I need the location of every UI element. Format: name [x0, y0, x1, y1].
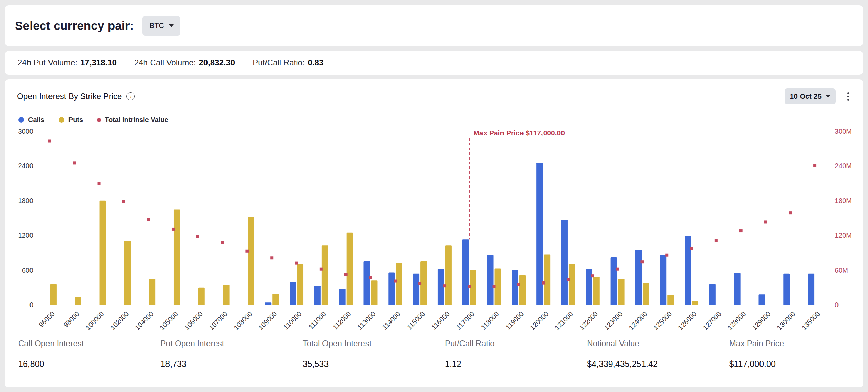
summary-label: Put Open Interest — [160, 339, 281, 348]
svg-text:120000: 120000 — [529, 310, 550, 331]
svg-text:112000: 112000 — [331, 310, 352, 331]
volume-stats-bar: 24h Put Volume: 17,318.10 24h Call Volum… — [5, 51, 863, 75]
svg-text:1200: 1200 — [18, 232, 34, 239]
svg-text:105000: 105000 — [158, 310, 180, 331]
svg-text:60M: 60M — [835, 267, 848, 274]
svg-text:96000: 96000 — [37, 310, 56, 329]
legend-item-calls[interactable]: Calls — [18, 116, 44, 124]
svg-text:108000: 108000 — [232, 310, 254, 331]
svg-text:106000: 106000 — [183, 310, 204, 331]
summary-value: 16,800 — [18, 359, 139, 369]
summary-label: Max Pain Price — [729, 339, 850, 348]
svg-text:104000: 104000 — [134, 310, 155, 331]
svg-text:116000: 116000 — [430, 310, 451, 331]
legend-calls-label: Calls — [28, 116, 44, 124]
call-volume-stat: 24h Call Volume: 20,832.30 — [134, 58, 235, 67]
put-call-ratio-stat: Put/Call Ratio: 0.83 — [253, 58, 323, 67]
svg-text:119000: 119000 — [504, 310, 525, 331]
svg-text:135000: 135000 — [800, 310, 822, 331]
summary-label: Notional Value — [587, 339, 707, 348]
svg-text:1800: 1800 — [18, 197, 34, 204]
svg-text:123000: 123000 — [603, 310, 624, 331]
svg-text:120M: 120M — [835, 232, 851, 239]
summary-row: Call Open Interest 16,800 Put Open Inter… — [17, 339, 851, 369]
summary-put-call-ratio: Put/Call Ratio 1.12 — [445, 339, 565, 369]
svg-text:240M: 240M — [835, 162, 851, 170]
svg-text:122000: 122000 — [578, 310, 599, 331]
date-selector[interactable]: 10 Oct 25 — [785, 88, 836, 104]
svg-text:109000: 109000 — [257, 310, 278, 331]
call-volume-label: 24h Call Volume: — [134, 58, 196, 67]
svg-text:117000: 117000 — [455, 310, 476, 331]
intrinsic-marker-icon — [97, 118, 101, 122]
svg-text:115000: 115000 — [406, 310, 427, 331]
put-volume-stat: 24h Put Volume: 17,318.10 — [18, 58, 117, 67]
currency-pair-label: Select currency pair: — [15, 19, 134, 33]
summary-value: 1.12 — [445, 359, 565, 369]
svg-text:125000: 125000 — [652, 310, 673, 331]
svg-text:0: 0 — [29, 301, 33, 309]
svg-text:107000: 107000 — [208, 310, 229, 331]
summary-value: $4,339,435,251.42 — [587, 359, 707, 369]
summary-max-pain-price: Max Pain Price $117,000.00 — [729, 339, 850, 369]
put-call-ratio-label: Put/Call Ratio: — [253, 58, 304, 67]
summary-value: $117,000.00 — [729, 359, 850, 369]
svg-text:126000: 126000 — [677, 310, 698, 331]
svg-text:100000: 100000 — [84, 310, 105, 331]
summary-underline — [303, 353, 423, 353]
summary-value: 35,533 — [303, 359, 423, 369]
put-call-ratio-value: 0.83 — [308, 58, 324, 67]
svg-text:111000: 111000 — [307, 310, 328, 331]
chart-header-controls: 10 Oct 25 — [785, 88, 851, 104]
summary-underline — [18, 353, 139, 353]
legend-item-intrinsic[interactable]: Total Intrinsic Value — [97, 116, 168, 124]
legend-intrinsic-label: Total Intrinsic Value — [105, 116, 168, 124]
currency-pair-value: BTC — [149, 21, 164, 30]
date-selector-value: 10 Oct 25 — [790, 92, 822, 100]
chevron-down-icon — [826, 95, 830, 98]
chart-title: Open Interest By Strike Price — [17, 92, 122, 101]
chart-header: Open Interest By Strike Price i 10 Oct 2… — [17, 88, 851, 104]
svg-text:129000: 129000 — [751, 310, 772, 331]
svg-text:110000: 110000 — [282, 310, 303, 331]
chart-legend: Calls Puts Total Intrinsic Value — [17, 116, 851, 124]
put-volume-label: 24h Put Volume: — [18, 58, 77, 67]
info-icon[interactable]: i — [126, 92, 135, 100]
svg-text:98000: 98000 — [62, 310, 81, 329]
kebab-menu-icon[interactable] — [845, 90, 851, 103]
svg-text:118000: 118000 — [479, 310, 500, 331]
svg-text:180M: 180M — [835, 197, 851, 204]
chart-title-wrap: Open Interest By Strike Price i — [17, 92, 135, 101]
svg-text:127000: 127000 — [701, 310, 723, 331]
currency-pair-dropdown[interactable]: BTC — [142, 16, 180, 36]
svg-text:Max Pain Price $117,000.00: Max Pain Price $117,000.00 — [473, 129, 565, 137]
svg-text:3000: 3000 — [18, 128, 34, 135]
svg-text:600: 600 — [22, 267, 33, 274]
svg-text:2400: 2400 — [18, 162, 34, 170]
summary-total-open-interest: Total Open Interest 35,533 — [303, 339, 423, 369]
summary-underline — [587, 353, 707, 353]
puts-marker-icon — [59, 117, 64, 123]
summary-underline — [445, 353, 565, 353]
put-volume-value: 17,318.10 — [80, 58, 117, 67]
legend-item-puts[interactable]: Puts — [59, 116, 83, 124]
summary-underline — [729, 353, 850, 353]
svg-text:300M: 300M — [835, 128, 851, 135]
calls-marker-icon — [18, 117, 24, 123]
svg-text:102000: 102000 — [109, 310, 130, 331]
summary-call-open-interest: Call Open Interest 16,800 — [18, 339, 139, 369]
summary-label: Total Open Interest — [303, 339, 423, 348]
caret-down-icon — [169, 24, 174, 27]
svg-text:124000: 124000 — [627, 310, 649, 331]
chart-area: 06001200180024003000060M120M180M240M300M… — [17, 126, 851, 335]
svg-text:114000: 114000 — [381, 310, 402, 331]
page: Select currency pair: BTC 24h Put Volume… — [0, 0, 868, 392]
open-interest-by-strike-chart: 06001200180024003000060M120M180M240M300M… — [17, 126, 851, 335]
summary-underline — [160, 353, 281, 353]
summary-value: 18,733 — [160, 359, 281, 369]
svg-text:0: 0 — [835, 301, 839, 309]
summary-label: Put/Call Ratio — [445, 339, 565, 348]
legend-puts-label: Puts — [68, 116, 83, 124]
svg-text:121000: 121000 — [553, 310, 575, 331]
svg-text:128000: 128000 — [726, 310, 747, 331]
